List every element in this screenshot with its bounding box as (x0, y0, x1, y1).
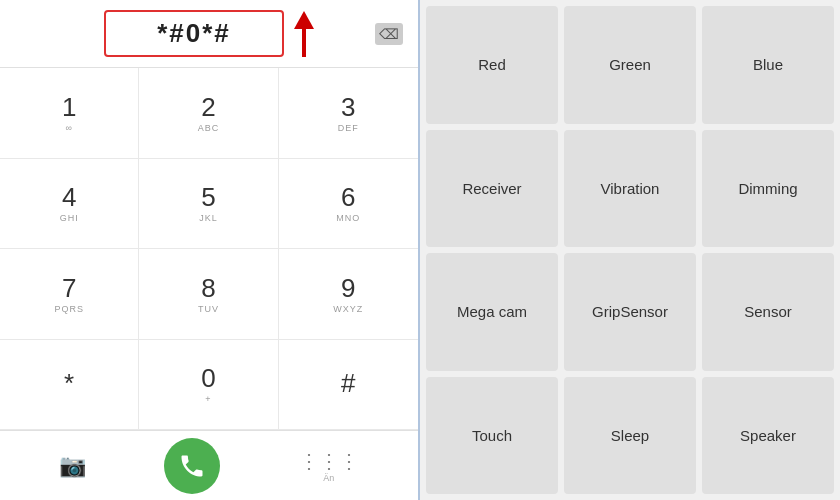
arrow-stem (302, 29, 306, 57)
key-7[interactable]: 7PQRS (0, 249, 139, 340)
test-btn-red[interactable]: Red (426, 6, 558, 124)
key-digit: 4 (62, 183, 76, 212)
test-btn-mega-cam[interactable]: Mega cam (426, 253, 558, 371)
dialer-input: *#0*# (104, 10, 284, 57)
dialpad-button[interactable]: ⋮⋮⋮ Än (299, 449, 359, 483)
test-btn-green[interactable]: Green (564, 6, 696, 124)
key-digit: 0 (201, 364, 215, 393)
test-btn-dimming[interactable]: Dimming (702, 130, 834, 248)
test-grid: RedGreenBlueReceiverVibrationDimmingMega… (426, 6, 834, 494)
key-digit: 2 (201, 93, 215, 122)
key-5[interactable]: 5JKL (139, 159, 278, 250)
dialer-input-row: *#0*# ⌫ (0, 0, 418, 68)
test-btn-speaker[interactable]: Speaker (702, 377, 834, 495)
key-digit: # (341, 369, 355, 398)
keypad: 1∞2ABC3DEF4GHI5JKL6MNO7PQRS8TUV9WXYZ*0+# (0, 68, 418, 430)
dialer-actions: 📷 ⋮⋮⋮ Än (0, 430, 418, 500)
phone-icon (178, 452, 206, 480)
key-digit: 8 (201, 274, 215, 303)
key-digit: 5 (201, 183, 215, 212)
test-btn-vibration[interactable]: Vibration (564, 130, 696, 248)
test-btn-sensor[interactable]: Sensor (702, 253, 834, 371)
key-letters: WXYZ (333, 304, 363, 314)
key-letters: GHI (60, 213, 79, 223)
key-digit: 1 (62, 93, 76, 122)
key-letters: TUV (198, 304, 219, 314)
test-btn-sleep[interactable]: Sleep (564, 377, 696, 495)
video-call-button[interactable]: 📷 (59, 453, 86, 479)
key-2[interactable]: 2ABC (139, 68, 278, 159)
dialpad-icon: ⋮⋮⋮ (299, 449, 359, 473)
key-8[interactable]: 8TUV (139, 249, 278, 340)
key-4[interactable]: 4GHI (0, 159, 139, 250)
arrow-up-icon (294, 11, 314, 29)
test-panel: RedGreenBlueReceiverVibrationDimmingMega… (420, 0, 840, 500)
key-digit: 7 (62, 274, 76, 303)
delete-button[interactable]: ⌫ (375, 23, 403, 45)
key-hash[interactable]: # (279, 340, 418, 431)
test-btn-receiver[interactable]: Receiver (426, 130, 558, 248)
key-9[interactable]: 9WXYZ (279, 249, 418, 340)
key-digit: * (64, 369, 74, 398)
key-6[interactable]: 6MNO (279, 159, 418, 250)
key-digit: 6 (341, 183, 355, 212)
key-3[interactable]: 3DEF (279, 68, 418, 159)
call-button[interactable] (164, 438, 220, 494)
key-letters: PQRS (54, 304, 84, 314)
test-btn-blue[interactable]: Blue (702, 6, 834, 124)
arrow-indicator (294, 11, 314, 57)
dialer-panel: *#0*# ⌫ 1∞2ABC3DEF4GHI5JKL6MNO7PQRS8TUV9… (0, 0, 420, 500)
delete-icon: ⌫ (375, 23, 403, 45)
key-letters: ∞ (65, 123, 72, 133)
key-digit: 3 (341, 93, 355, 122)
key-digit: 9 (341, 274, 355, 303)
dialpad-label: Än (323, 473, 334, 483)
key-0[interactable]: 0+ (139, 340, 278, 431)
key-letters: ABC (198, 123, 220, 133)
key-1[interactable]: 1∞ (0, 68, 139, 159)
key-letters: + (205, 394, 211, 404)
key-letters: MNO (336, 213, 360, 223)
key-letters: DEF (338, 123, 359, 133)
key-star[interactable]: * (0, 340, 139, 431)
test-btn-touch[interactable]: Touch (426, 377, 558, 495)
video-icon: 📷 (59, 453, 86, 479)
test-btn-gripsensor[interactable]: GripSensor (564, 253, 696, 371)
key-letters: JKL (199, 213, 218, 223)
